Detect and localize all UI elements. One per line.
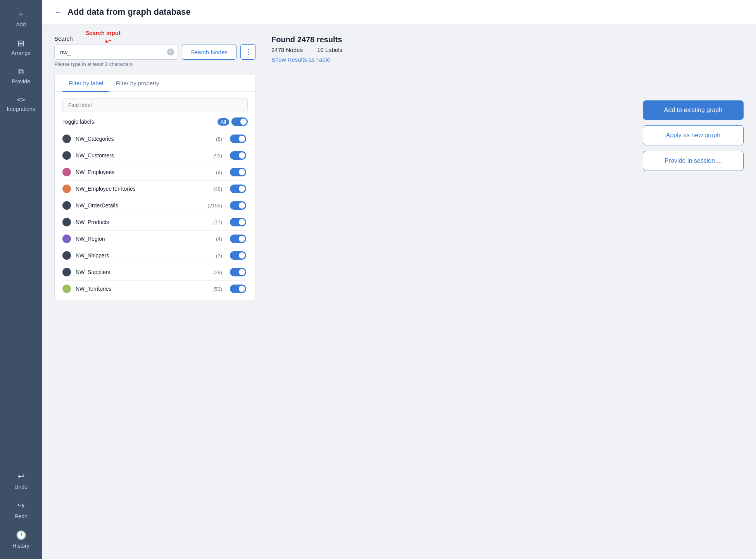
sidebar-item-add[interactable]: + Add xyxy=(0,5,42,33)
sidebar-item-redo-label: Redo xyxy=(14,513,27,519)
undo-icon: ↩ xyxy=(17,471,24,481)
label-row: NW_Territories(53) xyxy=(62,281,246,293)
label-count-text: (53) xyxy=(213,286,222,292)
provide-icon: ⧉ xyxy=(18,67,24,76)
label-name-text: NW_OrderDetails xyxy=(76,202,203,209)
label-color-dot xyxy=(62,235,71,243)
tab-filter-by-property[interactable]: Filter by property xyxy=(109,74,166,92)
label-count-text: (8) xyxy=(216,136,222,142)
label-toggle-switch[interactable] xyxy=(230,235,246,243)
label-name-text: NW_Territories xyxy=(76,286,209,292)
sidebar: + Add ⊞ Arrange ⧉ Provide <> Integration… xyxy=(0,0,42,559)
search-nodes-button[interactable]: Search Nodes xyxy=(182,45,236,60)
results-header: Found 2478 results xyxy=(271,35,744,44)
filter-panel: Filter by label Filter by property Toggl… xyxy=(54,74,256,300)
label-count-text: (4) xyxy=(216,236,222,242)
label-row: NW_Region(4) xyxy=(62,231,246,247)
search-label: Search xyxy=(54,35,256,42)
label-toggle-switch[interactable] xyxy=(230,285,246,293)
label-color-dot xyxy=(62,135,71,143)
page-title: Add data from graph database xyxy=(67,7,191,17)
label-count-text: (49) xyxy=(213,186,222,192)
label-name-text: NW_Products xyxy=(76,219,209,225)
sidebar-item-history-label: History xyxy=(12,543,29,549)
label-color-dot xyxy=(62,151,71,160)
right-panel: Found 2478 results 2478 Nodes 10 Labels … xyxy=(271,35,744,548)
label-name-text: NW_Customers xyxy=(76,152,209,159)
toggle-all-label: All xyxy=(217,118,229,126)
label-count-text: (3) xyxy=(216,253,222,259)
label-name-text: NW_Categories xyxy=(76,136,211,142)
results-stats: 2478 Nodes 10 Labels xyxy=(271,47,744,53)
main-content: ← Add data from graph database Search Se… xyxy=(42,0,756,559)
action-buttons: Add to existing graph Apply as new graph… xyxy=(271,100,744,171)
more-options-button[interactable]: ⋮ xyxy=(240,44,256,60)
label-color-dot xyxy=(62,168,71,176)
clear-search-button[interactable]: ✕ xyxy=(167,48,174,55)
label-row: NW_OrderDetails(2155) xyxy=(62,197,246,214)
label-toggle-switch[interactable] xyxy=(230,185,246,193)
label-color-dot xyxy=(62,185,71,193)
redo-icon: ↪ xyxy=(17,501,24,511)
sidebar-item-add-label: Add xyxy=(16,21,26,28)
label-row: NW_Suppliers(29) xyxy=(62,264,246,281)
sidebar-item-history[interactable]: 🕐 History xyxy=(0,525,42,554)
history-icon: 🕐 xyxy=(16,530,26,540)
label-toggle-switch[interactable] xyxy=(230,251,246,260)
tab-filter-by-label[interactable]: Filter by label xyxy=(62,74,109,92)
label-name-text: NW_Employees xyxy=(76,169,211,175)
back-button[interactable]: ← xyxy=(54,8,62,17)
label-toggle-switch[interactable] xyxy=(230,218,246,226)
label-name-text: NW_Region xyxy=(76,236,211,242)
nodes-count: 2478 Nodes xyxy=(271,47,310,53)
more-options-dots-icon: ⋮ xyxy=(245,48,252,56)
label-color-dot xyxy=(62,218,71,226)
add-icon: + xyxy=(19,10,23,19)
labels-count: 10 Labels xyxy=(317,47,349,53)
search-row: ✕ Search Nodes ⋮ xyxy=(54,44,256,60)
integrations-icon: <> xyxy=(17,95,25,104)
content-area: Search Search input ↙ ✕ Search Nodes ⋮ xyxy=(42,24,756,559)
label-toggle-switch[interactable] xyxy=(230,135,246,143)
search-input[interactable] xyxy=(54,45,178,60)
label-count-text: (77) xyxy=(213,219,222,225)
label-toggle-switch[interactable] xyxy=(230,201,246,210)
sidebar-item-integrations-label: Integrations xyxy=(7,106,35,112)
label-color-dot xyxy=(62,268,71,276)
apply-as-new-graph-button[interactable]: Apply as new graph xyxy=(643,125,744,145)
label-count-text: (9) xyxy=(216,169,222,175)
add-to-existing-graph-button[interactable]: Add to existing graph xyxy=(643,100,744,120)
filter-body: Toggle labels All NW_Categories(8)NW_Cus… xyxy=(55,92,255,300)
label-toggle-switch[interactable] xyxy=(230,268,246,276)
label-color-dot xyxy=(62,251,71,260)
provide-in-session-button[interactable]: Provide in session ... xyxy=(643,151,744,171)
sidebar-item-arrange[interactable]: ⊞ Arrange xyxy=(0,33,42,62)
label-toggle-switch[interactable] xyxy=(230,168,246,176)
label-color-dot xyxy=(62,285,71,293)
sidebar-item-arrange-label: Arrange xyxy=(11,50,31,56)
label-count-text: (2155) xyxy=(207,203,222,209)
toggle-all-control[interactable]: All xyxy=(217,117,248,126)
label-name-text: NW_Suppliers xyxy=(76,269,209,275)
labels-list: NW_Categories(8)NW_Customers(91)NW_Emplo… xyxy=(62,131,248,293)
label-row: NW_EmployeeTerritories(49) xyxy=(62,181,246,197)
label-toggle-switch[interactable] xyxy=(230,151,246,160)
left-panel: Search Search input ↙ ✕ Search Nodes ⋮ xyxy=(54,35,256,548)
search-section: Search Search input ↙ ✕ Search Nodes ⋮ xyxy=(54,35,256,67)
sidebar-item-provide-label: Provide xyxy=(12,78,30,85)
show-results-table-link[interactable]: Show Results as Table xyxy=(271,56,330,63)
arrange-icon: ⊞ xyxy=(17,38,24,48)
toggle-all-switch[interactable] xyxy=(231,117,248,126)
sidebar-item-redo[interactable]: ↪ Redo xyxy=(0,495,42,525)
search-hint: Please type in at least 2 characters xyxy=(54,61,256,67)
sidebar-item-undo[interactable]: ↩ Undo xyxy=(0,466,42,495)
search-input-wrapper: ✕ xyxy=(54,45,178,60)
find-label-input[interactable] xyxy=(62,98,248,112)
label-row: NW_Shippers(3) xyxy=(62,247,246,264)
label-row: NW_Customers(91) xyxy=(62,147,246,164)
sidebar-item-integrations[interactable]: <> Integrations xyxy=(0,90,42,117)
label-row: NW_Employees(9) xyxy=(62,164,246,181)
label-row: NW_Products(77) xyxy=(62,214,246,231)
filter-tabs: Filter by label Filter by property xyxy=(55,74,255,92)
sidebar-item-provide[interactable]: ⧉ Provide xyxy=(0,62,42,90)
